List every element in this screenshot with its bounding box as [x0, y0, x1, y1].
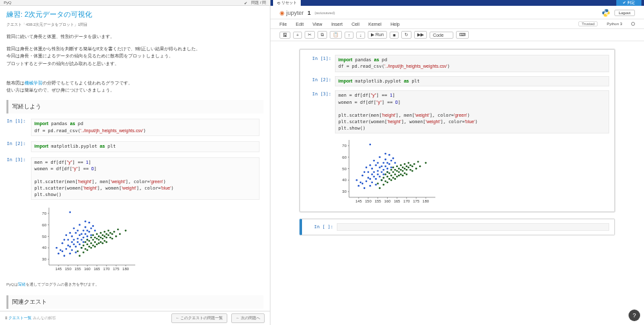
- svg-point-92: [92, 245, 94, 247]
- svg-point-184: [379, 156, 381, 158]
- svg-text:60: 60: [343, 155, 347, 159]
- svg-point-69: [88, 222, 90, 224]
- svg-point-123: [117, 229, 119, 231]
- svg-point-98: [96, 244, 98, 246]
- nb-cell-3[interactable]: In [3]: men = df[df["y"] == 1]women = df…: [305, 90, 609, 133]
- menu-cell[interactable]: Cell: [352, 22, 359, 26]
- lesson-pane: PyQ ✔ 問題 / 問 練習: 2次元データの可視化 クエスト「438:2次元…: [0, 0, 270, 325]
- ml-link[interactable]: 機械学習: [24, 81, 43, 85]
- svg-point-248: [412, 170, 413, 172]
- menu-view[interactable]: View: [312, 22, 322, 26]
- svg-point-245: [410, 169, 412, 171]
- svg-point-176: [375, 178, 377, 180]
- svg-point-96: [94, 246, 96, 248]
- logout-button[interactable]: Logout: [614, 10, 635, 16]
- add-cell-icon[interactable]: +: [293, 32, 302, 39]
- svg-point-207: [383, 177, 384, 179]
- svg-point-253: [425, 162, 427, 164]
- svg-point-159: [362, 175, 364, 177]
- svg-point-118: [109, 232, 111, 234]
- svg-point-203: [370, 144, 372, 146]
- svg-text:70: 70: [42, 212, 46, 215]
- code-cell-1: In [1]: import pandas as pddf = pd.read_…: [6, 119, 263, 136]
- svg-point-161: [364, 187, 366, 189]
- code-content[interactable]: import matplotlib.pyplot as plt: [335, 76, 609, 86]
- svg-point-182: [379, 166, 381, 168]
- cell-type-select[interactable]: Code: [430, 32, 453, 39]
- command-palette-icon[interactable]: ⌨: [456, 31, 469, 39]
- svg-point-209: [384, 173, 386, 175]
- svg-point-188: [383, 162, 384, 164]
- svg-point-104: [100, 241, 102, 243]
- svg-point-102: [98, 242, 100, 244]
- svg-point-244: [408, 162, 410, 164]
- svg-point-156: [356, 179, 358, 181]
- menu-file[interactable]: File: [279, 22, 287, 26]
- reset-button[interactable]: ⟲ リセット: [273, 0, 301, 6]
- menu-insert[interactable]: Insert: [331, 22, 343, 26]
- menu-help[interactable]: Help: [390, 22, 399, 26]
- svg-point-249: [413, 163, 415, 165]
- quest-list-link[interactable]: クエスト一覧: [8, 316, 32, 320]
- cell-label: In [2]:: [6, 141, 30, 146]
- code-content[interactable]: [337, 223, 609, 231]
- menu-kernel[interactable]: Kernel: [368, 22, 381, 26]
- shakyo-link[interactable]: 写経: [18, 282, 26, 286]
- menu-edit[interactable]: Edit: [296, 22, 303, 26]
- svg-point-79: [82, 245, 84, 247]
- svg-text:165: 165: [93, 267, 100, 271]
- code-content[interactable]: import pandas as pddf = pd.read_csv('../…: [335, 55, 609, 72]
- restart-run-icon[interactable]: ▶▶: [414, 31, 427, 39]
- svg-point-157: [358, 185, 360, 187]
- svg-point-58: [80, 233, 82, 235]
- svg-point-234: [402, 170, 404, 172]
- svg-point-50: [75, 251, 77, 253]
- next-button[interactable]: ← 次の問題へ: [231, 313, 265, 323]
- svg-point-53: [77, 230, 79, 231]
- paste-icon[interactable]: 📋: [330, 31, 342, 39]
- code-content[interactable]: men = df[df["y"] == 1]women = df[df["y"]…: [335, 90, 609, 133]
- kernel-name[interactable]: Python 3: [607, 22, 622, 26]
- cut-icon[interactable]: ✂: [305, 31, 315, 39]
- svg-point-164: [366, 166, 368, 168]
- cell-label: In [3]:: [6, 157, 30, 162]
- svg-point-191: [384, 165, 386, 167]
- trusted-badge[interactable]: Trusted: [578, 21, 598, 26]
- svg-point-77: [79, 255, 80, 257]
- nb-cell-1[interactable]: In [1]: import pandas as pddf = pd.read_…: [305, 55, 609, 72]
- svg-point-111: [104, 231, 106, 233]
- svg-point-208: [383, 184, 384, 186]
- prev-button[interactable]: ← このクエストの問題一覧: [171, 313, 228, 323]
- svg-point-251: [417, 161, 419, 162]
- svg-point-42: [71, 241, 73, 243]
- help-fab[interactable]: ?: [629, 310, 640, 321]
- svg-point-211: [386, 175, 388, 177]
- svg-point-167: [370, 185, 372, 187]
- move-down-icon[interactable]: ↓: [356, 32, 365, 39]
- svg-point-46: [73, 239, 75, 241]
- svg-point-218: [390, 179, 392, 181]
- nb-cell-empty[interactable]: In [ ]:: [299, 219, 614, 235]
- save-icon[interactable]: 🖫: [279, 32, 290, 39]
- svg-point-39: [69, 253, 71, 255]
- judge-button[interactable]: ✔ 判定: [616, 0, 641, 6]
- svg-point-40: [69, 246, 71, 248]
- copy-icon[interactable]: ⧉: [317, 31, 327, 39]
- svg-point-240: [406, 169, 408, 171]
- notebook-body[interactable]: In [1]: import pandas as pddf = pd.read_…: [270, 41, 644, 325]
- restart-icon[interactable]: ↻: [401, 31, 412, 39]
- nb-cell-2[interactable]: In [2]: import matplotlib.pyplot as plt: [305, 76, 609, 86]
- paragraph-1: 前回に続いて身長と体重、性別のデータを扱います。: [6, 33, 263, 40]
- svg-point-100: [98, 239, 100, 241]
- svg-text:60: 60: [42, 223, 46, 227]
- svg-text:160: 160: [84, 267, 91, 271]
- svg-point-82: [84, 248, 86, 250]
- svg-point-66: [86, 235, 88, 237]
- brand: PyQ: [4, 1, 12, 5]
- svg-point-175: [374, 160, 375, 162]
- move-up-icon[interactable]: ↑: [345, 32, 354, 39]
- notebook-title[interactable]: 1: [308, 10, 311, 16]
- run-button[interactable]: ▶ Run: [368, 31, 387, 39]
- stop-icon[interactable]: ■: [390, 32, 399, 39]
- svg-point-192: [384, 159, 386, 161]
